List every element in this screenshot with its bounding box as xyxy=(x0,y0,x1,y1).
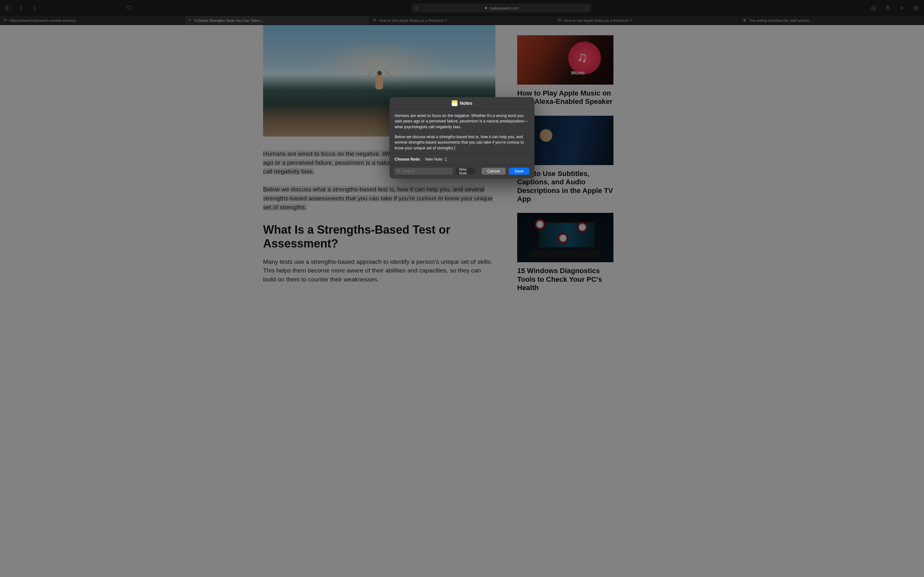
save-button[interactable]: Save xyxy=(509,168,530,175)
new-tab-icon[interactable] xyxy=(898,5,905,11)
tab-label: https://www.makeuseof.com/wp-admin/p… xyxy=(10,19,79,23)
notes-content-paragraph: Below we discuss what a strengths-based … xyxy=(395,134,529,151)
share-icon[interactable] xyxy=(884,5,891,11)
back-icon[interactable] xyxy=(18,5,25,11)
cancel-button[interactable]: Cancel xyxy=(481,168,506,175)
notes-popup-footer: New Note Cancel Save xyxy=(389,165,535,179)
tab-1[interactable]: M 4 Online Strengths Tests You Can Take … xyxy=(185,16,370,25)
search-icon xyxy=(397,169,401,173)
chevron-updown-icon xyxy=(444,157,447,161)
article-heading: What Is a Strengths-Based Test or Assess… xyxy=(263,223,495,250)
tab-overview-icon[interactable] xyxy=(913,5,919,11)
favicon-icon: M xyxy=(557,18,562,23)
svg-line-12 xyxy=(399,171,401,172)
forward-icon[interactable] xyxy=(31,5,38,11)
favicon-icon: M xyxy=(188,18,192,23)
article-paragraph: Many tests use a strengths-based approac… xyxy=(263,258,495,284)
choose-note-label: Choose Note: xyxy=(395,157,421,161)
svg-rect-0 xyxy=(6,6,10,10)
choose-note-row: Choose Note: New Note xyxy=(389,153,535,165)
tab-4[interactable]: The writing workflow (for staff writers)… xyxy=(739,16,924,25)
url-text: makeuseof.com xyxy=(489,6,519,11)
notes-popup-header: Notes xyxy=(389,97,535,109)
tab-3[interactable]: M How to Use Apple Notes as a Research T… xyxy=(554,16,739,25)
svg-rect-10 xyxy=(915,7,918,10)
new-note-badge[interactable]: New Note xyxy=(456,168,475,175)
refresh-icon[interactable] xyxy=(584,6,589,10)
favicon-icon xyxy=(742,18,747,23)
tab-2[interactable]: M How to Use Apple Notes as a Research T… xyxy=(370,16,554,25)
tab-label: 4 Online Strengths Tests You Can Take t… xyxy=(194,19,264,23)
thumb-label: Music xyxy=(571,70,585,75)
sidebar-story-title: 15 Windows Diagnostics Tools to Check Yo… xyxy=(517,267,614,292)
downloads-icon[interactable] xyxy=(870,5,877,11)
sidebar-thumb xyxy=(517,213,614,262)
notes-search-input[interactable] xyxy=(402,169,451,173)
tab-label: How to Use Apple Notes as a Research T… xyxy=(379,19,451,23)
tab-label: How to Use Apple Notes as a Research T… xyxy=(564,19,636,23)
favicon-icon: M xyxy=(3,18,8,23)
reader-mode-icon[interactable] xyxy=(414,6,419,10)
notes-search-field[interactable] xyxy=(395,168,453,175)
article-paragraph: Below we discuss what a strengths-based … xyxy=(263,185,495,211)
choose-note-value: New Note xyxy=(425,157,443,161)
sidebar-thumb: Music xyxy=(517,35,614,85)
svg-point-11 xyxy=(397,170,399,172)
notes-share-popup: Notes Humans are wired to focus on the n… xyxy=(389,97,535,179)
tab-0[interactable]: M https://www.makeuseof.com/wp-admin/p… xyxy=(0,16,185,25)
tab-label: The writing workflow (for staff writers)… xyxy=(749,19,816,23)
favicon-icon: M xyxy=(373,18,377,23)
notes-content-paragraph: Humans are wired to focus on the negativ… xyxy=(395,113,529,130)
svg-rect-9 xyxy=(914,6,917,9)
privacy-shield-icon[interactable] xyxy=(126,5,133,11)
browser-toolbar: makeuseof.com xyxy=(0,0,924,16)
notes-app-icon xyxy=(452,100,457,106)
sidebar-story[interactable]: Music How to Play Apple Music on Your Al… xyxy=(517,35,614,106)
svg-rect-2 xyxy=(415,6,418,9)
sidebar-story[interactable]: 15 Windows Diagnostics Tools to Check Yo… xyxy=(517,213,614,292)
address-bar[interactable]: makeuseof.com xyxy=(412,3,591,13)
lock-icon xyxy=(484,6,488,11)
sidebar-toggle-icon[interactable] xyxy=(5,5,11,11)
notes-content-area[interactable]: Humans are wired to focus on the negativ… xyxy=(389,109,535,153)
tab-strip: M https://www.makeuseof.com/wp-admin/p… … xyxy=(0,16,924,25)
text-cursor xyxy=(455,146,455,150)
notes-popup-title: Notes xyxy=(460,101,473,106)
choose-note-select[interactable]: New Note xyxy=(425,157,447,161)
